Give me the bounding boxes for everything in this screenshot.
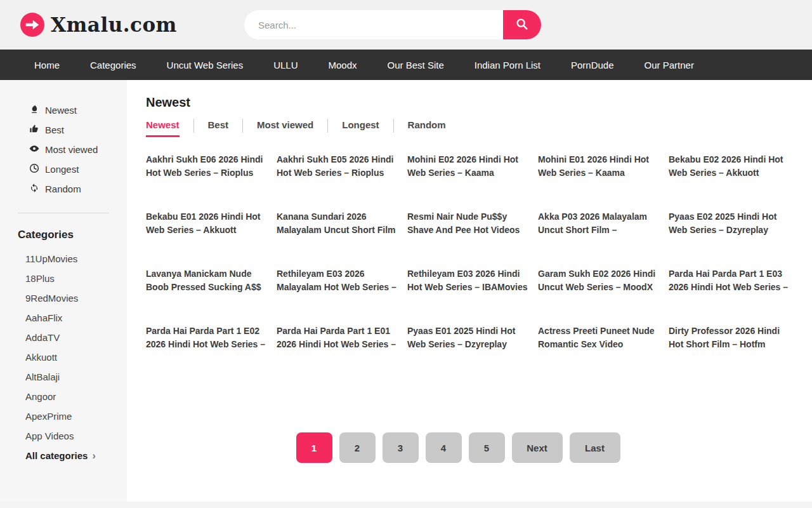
pagination-last-button[interactable]: Last bbox=[570, 432, 620, 463]
tab-best[interactable]: Best bbox=[208, 119, 229, 137]
video-title[interactable]: Dirty Professor 2026 Hindi Hot Short Fil… bbox=[669, 324, 789, 351]
sort-tabs: Newest Best Most viewed Longest Random bbox=[146, 119, 789, 138]
site-header: Xmalu.com bbox=[0, 0, 812, 50]
eye-icon bbox=[29, 144, 39, 156]
arrow-right-circle-icon bbox=[20, 13, 44, 37]
video-title[interactable]: Aakhri Sukh E05 2026 Hindi Hot Web Serie… bbox=[277, 153, 397, 180]
video-title[interactable]: Rethileyam E03 2026 Malayalam Hot Web Se… bbox=[277, 267, 397, 294]
sidebar-category-altbalaji[interactable]: AltBalaji bbox=[0, 367, 127, 387]
clock-icon bbox=[29, 163, 39, 175]
sidebar: Newest Best Most viewed Longest Random bbox=[0, 80, 127, 502]
video-title[interactable]: Parda Hai Parda Part 1 E01 2026 Hindi Ho… bbox=[277, 324, 397, 351]
sidebar-divider bbox=[18, 213, 109, 213]
pagination-page-2[interactable]: 2 bbox=[339, 432, 376, 463]
sidebar-category-9redmovies[interactable]: 9RedMovies bbox=[0, 288, 127, 308]
sidebar-item-longest[interactable]: Longest bbox=[0, 159, 127, 179]
nav-item-indian-porn-list[interactable]: Indian Porn List bbox=[459, 50, 556, 80]
sidebar-item-most-viewed[interactable]: Most viewed bbox=[0, 140, 127, 159]
video-title[interactable]: Bekabu E01 2026 Hindi Hot Web Series – A… bbox=[146, 210, 266, 237]
nav-item-our-best-site[interactable]: Our Best Site bbox=[372, 50, 459, 80]
page-title: Newest bbox=[146, 95, 789, 110]
pagination: 1 2 3 4 5 Next Last bbox=[146, 432, 789, 463]
chevron-right-icon: › bbox=[92, 451, 95, 461]
tab-longest[interactable]: Longest bbox=[342, 119, 379, 137]
sidebar-item-label: Best bbox=[45, 124, 64, 135]
video-title[interactable]: Mohini E02 2026 Hindi Hot Web Series – K… bbox=[407, 153, 528, 180]
refresh-icon bbox=[29, 183, 39, 195]
sidebar-category-angoor[interactable]: Angoor bbox=[0, 387, 127, 406]
sidebar-category-app-videos[interactable]: App Videos bbox=[0, 426, 127, 446]
video-title[interactable]: Rethileyam E03 2026 Hindi Hot Web Series… bbox=[407, 267, 528, 294]
video-title[interactable]: Kanana Sundari 2026 Malayalam Uncut Shor… bbox=[277, 210, 397, 237]
sidebar-item-random[interactable]: Random bbox=[0, 179, 127, 199]
nav-item-home[interactable]: Home bbox=[19, 50, 75, 80]
video-title[interactable]: Garam Sukh E02 2026 Hindi Uncut Web Seri… bbox=[538, 267, 658, 294]
search-input[interactable] bbox=[244, 10, 503, 39]
nav-item-moodx[interactable]: Moodx bbox=[313, 50, 372, 80]
video-grid: Aakhri Sukh E06 2026 Hindi Hot Web Serie… bbox=[146, 153, 789, 382]
sidebar-category-apexprime[interactable]: ApexPrime bbox=[0, 406, 127, 426]
video-title[interactable]: Parda Hai Parda Part 1 E02 2026 Hindi Ho… bbox=[146, 324, 266, 351]
sidebar-category-11upmovies[interactable]: 11UpMovies bbox=[0, 249, 127, 269]
pagination-page-3[interactable]: 3 bbox=[383, 432, 419, 463]
pagination-next-button[interactable]: Next bbox=[512, 432, 563, 463]
all-categories-label: All categories bbox=[25, 450, 88, 461]
nav-item-uncut-web-series[interactable]: Uncut Web Series bbox=[152, 50, 259, 80]
sidebar-category-addatv[interactable]: AddaTV bbox=[0, 328, 127, 347]
video-title[interactable]: Bekabu E02 2026 Hindi Hot Web Series – A… bbox=[669, 153, 789, 180]
tab-most-viewed[interactable]: Most viewed bbox=[257, 119, 313, 137]
video-title[interactable]: Mohini E01 2026 Hindi Hot Web Series – K… bbox=[538, 153, 658, 180]
nav-item-porndude[interactable]: PornDude bbox=[556, 50, 629, 80]
video-title[interactable]: Lavanya Manickam Nude Boob Pressed Sucki… bbox=[146, 267, 266, 294]
main-nav: Home Categories Uncut Web Series ULLU Mo… bbox=[0, 50, 812, 80]
tab-divider bbox=[327, 119, 328, 133]
sidebar-item-best[interactable]: Best bbox=[0, 120, 127, 140]
video-title[interactable]: Aakhri Sukh E06 2026 Hindi Hot Web Serie… bbox=[146, 153, 266, 180]
video-title[interactable]: Resmi Nair Nude Pu$$y Shave And Pee Hot … bbox=[407, 210, 528, 237]
sidebar-category-akkuott[interactable]: Akkuott bbox=[0, 347, 127, 367]
video-title[interactable]: Pyaas E02 2025 Hindi Hot Web Series – Dz… bbox=[669, 210, 789, 237]
sidebar-item-label: Random bbox=[45, 184, 81, 194]
thumb-up-icon bbox=[29, 124, 39, 136]
tab-divider bbox=[242, 119, 243, 133]
nav-item-categories[interactable]: Categories bbox=[75, 50, 152, 80]
tab-newest[interactable]: Newest bbox=[146, 119, 180, 137]
tab-divider bbox=[393, 119, 394, 133]
sidebar-item-label: Most viewed bbox=[45, 144, 98, 155]
pagination-page-5[interactable]: 5 bbox=[469, 432, 505, 463]
video-title[interactable]: Akka P03 2026 Malayalam Uncut Short Film… bbox=[538, 210, 658, 237]
sidebar-item-newest[interactable]: Newest bbox=[0, 100, 127, 120]
tab-divider bbox=[193, 119, 194, 133]
search-button[interactable] bbox=[503, 10, 541, 39]
page-body: Newest Best Most viewed Longest Random bbox=[0, 80, 812, 502]
footer-strip bbox=[0, 502, 812, 508]
sidebar-category-aahaflix[interactable]: AahaFlix bbox=[0, 308, 127, 328]
categories-heading: Categories bbox=[18, 229, 127, 241]
pagination-page-1[interactable]: 1 bbox=[296, 432, 332, 463]
nav-item-ullu[interactable]: ULLU bbox=[258, 50, 313, 80]
main-content: Newest Newest Best Most viewed Longest R… bbox=[127, 80, 812, 502]
search-bar bbox=[244, 10, 541, 39]
nav-item-our-partner[interactable]: Our Partner bbox=[629, 50, 709, 80]
video-title[interactable]: Pyaas E01 2025 Hindi Hot Web Series – Dz… bbox=[407, 324, 528, 351]
site-title: Xmalu.com bbox=[51, 13, 177, 36]
search-icon bbox=[515, 17, 529, 33]
tab-random[interactable]: Random bbox=[408, 119, 446, 137]
video-title[interactable]: Parda Hai Parda Part 1 E03 2026 Hindi Ho… bbox=[669, 267, 789, 294]
video-title[interactable]: Actress Preeti Puneet Nude Romantic Sex … bbox=[538, 324, 658, 351]
sidebar-item-label: Longest bbox=[45, 164, 79, 175]
sidebar-category-18plus[interactable]: 18Plus bbox=[0, 269, 127, 288]
sidebar-all-categories[interactable]: All categories › bbox=[0, 446, 127, 465]
pagination-page-4[interactable]: 4 bbox=[426, 432, 462, 463]
pen-icon bbox=[29, 104, 39, 116]
site-logo[interactable]: Xmalu.com bbox=[20, 13, 177, 37]
sidebar-item-label: Newest bbox=[45, 105, 77, 116]
